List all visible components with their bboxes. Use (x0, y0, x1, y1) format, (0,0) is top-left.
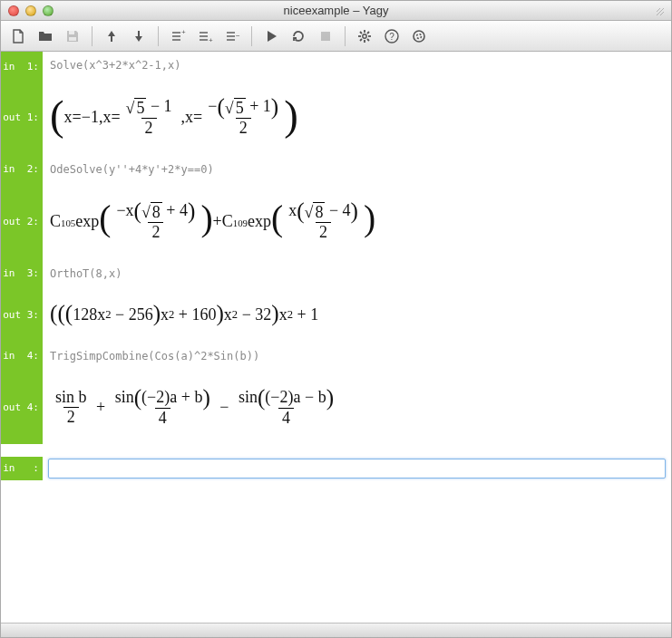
output-cell-3: out 3: ((( 128x2 − 256 ) x2 + 160 ) x2 −… (1, 289, 671, 341)
cell-label: out 2: (1, 185, 43, 258)
svg-line-25 (367, 32, 369, 34)
new-file-button[interactable] (6, 25, 30, 47)
cell-label: out 4: (1, 372, 43, 444)
cell-label: in : (1, 457, 43, 480)
cell-label: in 3: (1, 258, 43, 289)
window-title: niceexample – Yagy (1, 4, 671, 17)
cells-column: in 1: Solve(x^3+2*x^2-1,x) out 1: ( x = … (1, 52, 671, 623)
zoom-window-button[interactable] (43, 5, 54, 16)
reload-button[interactable] (287, 25, 310, 47)
svg-text:?: ? (389, 32, 394, 42)
svg-line-23 (367, 39, 369, 41)
cell-label: in 1: (1, 52, 43, 81)
output-cell-4: out 4: sin b 2 + sin((−2)a + b) 4 − (1, 372, 671, 444)
svg-rect-16 (321, 32, 330, 41)
svg-rect-2 (111, 35, 112, 42)
status-bar (1, 623, 671, 637)
cell-label: in 2: (1, 154, 43, 185)
settings-button[interactable] (353, 25, 376, 47)
save-file-button[interactable] (61, 25, 84, 47)
svg-text:+: + (209, 36, 213, 44)
output-math: C105 exp ( −x(√8 + 4) 2 ) + C109 exp ( (43, 185, 671, 258)
cell-label: out 3: (1, 289, 43, 341)
minimize-window-button[interactable] (25, 5, 36, 16)
input-cell-2[interactable]: in 2: OdeSolve(y''+4*y'+2*y==0) (1, 154, 671, 185)
move-down-button[interactable] (127, 25, 151, 47)
remove-cell-button[interactable]: − (220, 25, 244, 47)
output-cell-2: out 2: C105 exp ( −x(√8 + 4) 2 ) + C109 (1, 185, 671, 258)
svg-text:+: + (181, 28, 186, 36)
output-math: sin b 2 + sin((−2)a + b) 4 − sin((−2)a −… (43, 372, 671, 444)
run-button[interactable] (259, 25, 283, 47)
svg-point-17 (363, 34, 366, 37)
input-code: TrigSimpCombine(Cos(a)^2*Sin(b)) (43, 341, 671, 372)
toolbar-separator (345, 26, 346, 46)
move-up-button[interactable] (100, 25, 123, 47)
input-code: OdeSolve(y''+4*y'+2*y==0) (43, 154, 671, 185)
titlebar[interactable]: niceexample – Yagy (1, 1, 671, 21)
svg-rect-0 (69, 31, 74, 34)
svg-rect-3 (138, 31, 140, 37)
stop-button[interactable] (314, 25, 337, 47)
insert-above-button[interactable]: + (166, 25, 190, 47)
cell-label: out 1: (1, 81, 43, 154)
target-button[interactable] (407, 25, 431, 47)
insert-below-button[interactable]: + (193, 25, 217, 47)
traffic-lights (1, 5, 54, 16)
svg-point-28 (414, 31, 424, 42)
output-cell-1: out 1: ( x = −1, x = √5 − 1 2 , x = − (1, 81, 671, 154)
app-window: niceexample – Yagy + + − ? in 1: Solve(x (0, 0, 672, 638)
svg-point-29 (417, 34, 422, 38)
output-math: ((( 128x2 − 256 ) x2 + 160 ) x2 − 32 ) x… (43, 289, 671, 341)
svg-text:−: − (236, 32, 240, 40)
input-code: OrthoT(8,x) (43, 258, 671, 289)
toolbar-separator (251, 26, 252, 46)
svg-line-22 (360, 32, 362, 34)
input-cell-4[interactable]: in 4: TrigSimpCombine(Cos(a)^2*Sin(b)) (1, 341, 671, 372)
svg-line-24 (360, 39, 362, 41)
output-math: ( x = −1, x = √5 − 1 2 , x = −(√5 + 1) 2 (43, 81, 671, 154)
toolbar: + + − ? (1, 21, 671, 52)
input-code: Solve(x^3+2*x^2-1,x) (43, 52, 671, 81)
help-button[interactable]: ? (380, 25, 404, 47)
active-input-cell[interactable]: in : (1, 457, 671, 480)
expand-icon[interactable] (655, 5, 666, 15)
notebook-area[interactable]: in 1: Solve(x^3+2*x^2-1,x) out 1: ( x = … (1, 52, 671, 623)
open-file-button[interactable] (34, 25, 57, 47)
code-input[interactable] (48, 459, 666, 478)
svg-rect-1 (69, 37, 76, 41)
input-cell-1[interactable]: in 1: Solve(x^3+2*x^2-1,x) (1, 52, 671, 81)
close-window-button[interactable] (8, 5, 19, 16)
input-cell-3[interactable]: in 3: OrthoT(8,x) (1, 258, 671, 289)
toolbar-separator (158, 26, 159, 46)
toolbar-separator (92, 26, 93, 46)
cell-label: in 4: (1, 341, 43, 372)
